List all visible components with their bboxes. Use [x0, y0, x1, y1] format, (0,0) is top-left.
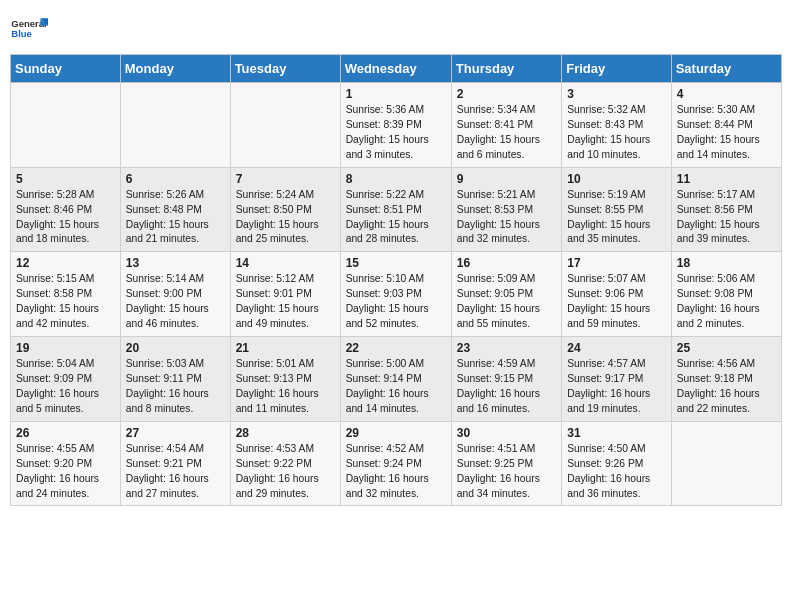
- cell-0-4: 2Sunrise: 5:34 AMSunset: 8:41 PMDaylight…: [451, 83, 561, 168]
- cell-content: Sunset: 9:20 PM: [16, 457, 115, 472]
- cell-content: Sunrise: 5:22 AM: [346, 188, 446, 203]
- day-number: 25: [677, 341, 776, 355]
- week-row-4: 26Sunrise: 4:55 AMSunset: 9:20 PMDayligh…: [11, 421, 782, 506]
- cell-2-1: 13Sunrise: 5:14 AMSunset: 9:00 PMDayligh…: [120, 252, 230, 337]
- cell-content: Daylight: 16 hours: [236, 472, 335, 487]
- day-number: 15: [346, 256, 446, 270]
- calendar-body: 1Sunrise: 5:36 AMSunset: 8:39 PMDaylight…: [11, 83, 782, 506]
- header-day-saturday: Saturday: [671, 55, 781, 83]
- cell-content: and 22 minutes.: [677, 402, 776, 417]
- day-number: 28: [236, 426, 335, 440]
- cell-content: and 8 minutes.: [126, 402, 225, 417]
- cell-1-6: 11Sunrise: 5:17 AMSunset: 8:56 PMDayligh…: [671, 167, 781, 252]
- logo-icon: General Blue: [10, 10, 48, 48]
- cell-content: Sunrise: 5:07 AM: [567, 272, 665, 287]
- cell-content: Daylight: 15 hours: [346, 133, 446, 148]
- cell-content: Daylight: 16 hours: [346, 472, 446, 487]
- cell-content: Sunrise: 5:12 AM: [236, 272, 335, 287]
- cell-content: Daylight: 16 hours: [567, 472, 665, 487]
- cell-3-6: 25Sunrise: 4:56 AMSunset: 9:18 PMDayligh…: [671, 337, 781, 422]
- cell-content: Daylight: 16 hours: [457, 387, 556, 402]
- cell-content: and 34 minutes.: [457, 487, 556, 502]
- cell-content: Sunset: 8:50 PM: [236, 203, 335, 218]
- day-number: 17: [567, 256, 665, 270]
- cell-4-3: 29Sunrise: 4:52 AMSunset: 9:24 PMDayligh…: [340, 421, 451, 506]
- day-number: 29: [346, 426, 446, 440]
- cell-content: Daylight: 16 hours: [457, 472, 556, 487]
- cell-content: and 14 minutes.: [346, 402, 446, 417]
- cell-0-2: [230, 83, 340, 168]
- cell-content: and 42 minutes.: [16, 317, 115, 332]
- cell-content: Sunset: 9:00 PM: [126, 287, 225, 302]
- cell-content: Daylight: 16 hours: [346, 387, 446, 402]
- cell-content: Daylight: 16 hours: [677, 302, 776, 317]
- cell-content: and 25 minutes.: [236, 232, 335, 247]
- header-day-monday: Monday: [120, 55, 230, 83]
- day-number: 8: [346, 172, 446, 186]
- calendar-header: SundayMondayTuesdayWednesdayThursdayFrid…: [11, 55, 782, 83]
- day-number: 2: [457, 87, 556, 101]
- cell-2-3: 15Sunrise: 5:10 AMSunset: 9:03 PMDayligh…: [340, 252, 451, 337]
- cell-content: Daylight: 15 hours: [16, 218, 115, 233]
- cell-content: Sunrise: 5:36 AM: [346, 103, 446, 118]
- cell-content: Daylight: 16 hours: [567, 387, 665, 402]
- header-day-thursday: Thursday: [451, 55, 561, 83]
- day-number: 11: [677, 172, 776, 186]
- cell-2-4: 16Sunrise: 5:09 AMSunset: 9:05 PMDayligh…: [451, 252, 561, 337]
- cell-3-3: 22Sunrise: 5:00 AMSunset: 9:14 PMDayligh…: [340, 337, 451, 422]
- day-number: 6: [126, 172, 225, 186]
- cell-content: and 55 minutes.: [457, 317, 556, 332]
- day-number: 3: [567, 87, 665, 101]
- cell-content: Daylight: 15 hours: [346, 218, 446, 233]
- cell-content: and 32 minutes.: [346, 487, 446, 502]
- cell-content: Daylight: 15 hours: [677, 133, 776, 148]
- cell-content: Sunrise: 4:59 AM: [457, 357, 556, 372]
- cell-content: and 16 minutes.: [457, 402, 556, 417]
- header-day-tuesday: Tuesday: [230, 55, 340, 83]
- cell-content: Sunrise: 5:21 AM: [457, 188, 556, 203]
- cell-3-1: 20Sunrise: 5:03 AMSunset: 9:11 PMDayligh…: [120, 337, 230, 422]
- cell-2-5: 17Sunrise: 5:07 AMSunset: 9:06 PMDayligh…: [562, 252, 671, 337]
- day-number: 22: [346, 341, 446, 355]
- day-number: 31: [567, 426, 665, 440]
- cell-content: and 21 minutes.: [126, 232, 225, 247]
- cell-content: Daylight: 15 hours: [126, 302, 225, 317]
- cell-content: and 11 minutes.: [236, 402, 335, 417]
- header-day-sunday: Sunday: [11, 55, 121, 83]
- cell-content: Sunset: 9:14 PM: [346, 372, 446, 387]
- cell-content: Sunrise: 5:10 AM: [346, 272, 446, 287]
- cell-1-5: 10Sunrise: 5:19 AMSunset: 8:55 PMDayligh…: [562, 167, 671, 252]
- cell-content: Sunset: 9:24 PM: [346, 457, 446, 472]
- cell-content: Sunrise: 5:01 AM: [236, 357, 335, 372]
- cell-content: Sunset: 9:03 PM: [346, 287, 446, 302]
- day-number: 30: [457, 426, 556, 440]
- cell-content: Daylight: 16 hours: [236, 387, 335, 402]
- cell-content: and 32 minutes.: [457, 232, 556, 247]
- cell-content: Sunrise: 4:56 AM: [677, 357, 776, 372]
- cell-content: Sunrise: 4:55 AM: [16, 442, 115, 457]
- cell-content: Sunrise: 5:14 AM: [126, 272, 225, 287]
- cell-content: Sunrise: 5:32 AM: [567, 103, 665, 118]
- cell-1-0: 5Sunrise: 5:28 AMSunset: 8:46 PMDaylight…: [11, 167, 121, 252]
- day-number: 20: [126, 341, 225, 355]
- cell-content: Sunrise: 5:15 AM: [16, 272, 115, 287]
- cell-4-2: 28Sunrise: 4:53 AMSunset: 9:22 PMDayligh…: [230, 421, 340, 506]
- cell-content: Sunset: 8:43 PM: [567, 118, 665, 133]
- cell-1-4: 9Sunrise: 5:21 AMSunset: 8:53 PMDaylight…: [451, 167, 561, 252]
- cell-content: Sunrise: 5:24 AM: [236, 188, 335, 203]
- cell-content: Sunset: 9:22 PM: [236, 457, 335, 472]
- logo: General Blue: [10, 10, 48, 48]
- calendar-table: SundayMondayTuesdayWednesdayThursdayFrid…: [10, 54, 782, 506]
- cell-content: Daylight: 15 hours: [567, 302, 665, 317]
- week-row-0: 1Sunrise: 5:36 AMSunset: 8:39 PMDaylight…: [11, 83, 782, 168]
- cell-content: and 36 minutes.: [567, 487, 665, 502]
- cell-content: Sunset: 8:58 PM: [16, 287, 115, 302]
- cell-content: Sunset: 8:46 PM: [16, 203, 115, 218]
- week-row-3: 19Sunrise: 5:04 AMSunset: 9:09 PMDayligh…: [11, 337, 782, 422]
- cell-content: Sunrise: 5:17 AM: [677, 188, 776, 203]
- cell-content: Sunset: 8:44 PM: [677, 118, 776, 133]
- day-number: 23: [457, 341, 556, 355]
- cell-content: and 49 minutes.: [236, 317, 335, 332]
- cell-3-5: 24Sunrise: 4:57 AMSunset: 9:17 PMDayligh…: [562, 337, 671, 422]
- cell-content: Sunrise: 5:30 AM: [677, 103, 776, 118]
